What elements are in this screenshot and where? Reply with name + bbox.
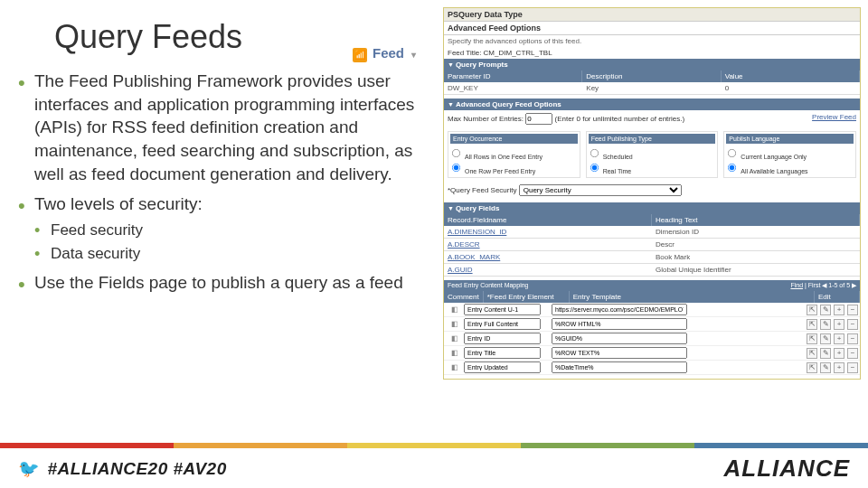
template-input[interactable]	[552, 318, 687, 330]
del-icon[interactable]: −	[847, 333, 858, 344]
max-entries-row: Max Number of Entries: (Enter 0 for unli…	[444, 110, 860, 127]
footer: #ALLIANCE20 #AV20 ALLIANCE	[0, 443, 868, 488]
edit-icon[interactable]: ⇱	[807, 348, 817, 359]
cell: Book Mark	[652, 251, 860, 263]
cell: 0	[722, 82, 860, 94]
map-title: Feed Entry Content Mapping	[448, 282, 529, 289]
add-icon[interactable]: +	[834, 362, 844, 373]
element-input[interactable]	[464, 318, 541, 330]
edit-icon[interactable]: ⇱	[807, 333, 817, 344]
cell: Global Unique Identifier	[652, 264, 860, 276]
del-icon[interactable]: −	[847, 362, 858, 373]
col-fieldname: Record.Fieldname	[444, 214, 652, 226]
lookup-icon[interactable]: ✎	[820, 333, 831, 344]
lookup-icon[interactable]: ✎	[820, 305, 831, 315]
add-icon[interactable]: +	[834, 319, 844, 330]
add-icon[interactable]: +	[834, 305, 844, 315]
col-element: *Feed Entry Element	[484, 291, 570, 303]
edit-icon[interactable]: ⇱	[807, 319, 817, 330]
query-fields-bar[interactable]: Query Fields	[444, 202, 860, 214]
template-input[interactable]	[552, 347, 687, 359]
radio-realtime[interactable]	[590, 164, 599, 172]
radio-onerow[interactable]	[452, 164, 460, 172]
query-prompts-bar[interactable]: Query Prompts	[444, 59, 860, 70]
field-link[interactable]: A.BOOK_MARK	[448, 253, 500, 261]
cell: DW_KEY	[444, 82, 582, 94]
element-input[interactable]	[464, 361, 541, 373]
panel-header: PSQuery Data Type	[444, 8, 860, 22]
field-link[interactable]: A.GUID	[448, 266, 473, 274]
comment-icon[interactable]: ◧	[446, 320, 464, 328]
afo-header: Advanced Feed Options	[444, 22, 860, 35]
bullet-3: Use the Fields page to publish a query a…	[18, 271, 434, 295]
field-link[interactable]: A.DIMENSION_ID	[448, 228, 506, 236]
add-icon[interactable]: +	[834, 333, 844, 344]
element-input[interactable]	[464, 333, 541, 344]
preview-feed-link[interactable]: Preview Feed	[812, 113, 856, 121]
radio-alllang[interactable]	[728, 164, 736, 172]
field-link[interactable]: A.DESCR	[448, 240, 480, 249]
template-input[interactable]	[552, 361, 687, 373]
add-icon[interactable]: +	[834, 348, 844, 359]
element-input[interactable]	[464, 347, 541, 359]
comment-icon[interactable]: ◧	[446, 363, 464, 371]
col-heading: Heading Text	[652, 214, 860, 226]
element-input[interactable]	[464, 304, 541, 315]
cell: Dimension ID	[652, 226, 860, 238]
find-link[interactable]: Find	[790, 282, 803, 288]
comment-icon[interactable]: ◧	[446, 334, 464, 343]
cell: Key	[582, 82, 721, 94]
opt-hdr: Publish Language	[726, 134, 854, 144]
col-desc: Description	[582, 70, 721, 82]
col-param-id: Parameter ID	[444, 70, 582, 82]
opt-hdr: Entry Occurrence	[450, 134, 578, 144]
radio-allrows[interactable]	[452, 149, 460, 157]
opt-hdr: Feed Publishing Type	[589, 134, 716, 144]
aqfo-bar[interactable]: Advanced Query Feed Options	[444, 99, 860, 110]
cell: Descr	[652, 239, 860, 250]
bullet-2: Two levels of security: Feed security Da…	[18, 192, 434, 264]
psquery-panel: PSQuery Data Type Advanced Feed Options …	[443, 7, 861, 380]
feed-title-row: Feed Title: CM_DIM_CTRL_TBL	[444, 47, 860, 59]
bullet-1: The Feed Publishing Framework provides u…	[18, 70, 434, 185]
col-value: Value	[722, 70, 860, 82]
bullet-2a: Feed security	[34, 220, 434, 241]
edit-icon[interactable]: ⇱	[807, 362, 817, 373]
template-input[interactable]	[552, 304, 687, 315]
afo-subtitle: Specify the advanced options of this fee…	[444, 35, 860, 47]
col-comment: Comment	[444, 291, 484, 303]
lookup-icon[interactable]: ✎	[820, 348, 831, 359]
col-template: Entry Template	[570, 291, 815, 303]
del-icon[interactable]: −	[847, 319, 858, 330]
del-icon[interactable]: −	[847, 348, 858, 359]
del-icon[interactable]: −	[847, 305, 858, 315]
lookup-icon[interactable]: ✎	[820, 362, 831, 373]
alliance-logo: ALLIANCE	[724, 455, 850, 483]
comment-icon[interactable]: ◧	[446, 349, 464, 357]
comment-icon[interactable]: ◧	[446, 305, 464, 314]
col-edit: Edit	[815, 291, 860, 303]
lookup-icon[interactable]: ✎	[820, 319, 831, 330]
template-input[interactable]	[552, 333, 687, 344]
max-entries-input[interactable]	[525, 113, 552, 125]
bullet-2b: Data security	[34, 243, 434, 265]
radio-curlang[interactable]	[728, 149, 736, 157]
hashtags: #ALLIANCE20 #AV20	[18, 458, 227, 479]
qfs-select[interactable]: Query Security	[519, 184, 682, 196]
radio-scheduled[interactable]	[590, 149, 599, 157]
qfs-label: *Query Feed Security	[448, 186, 516, 194]
edit-icon[interactable]: ⇱	[807, 305, 817, 315]
feed-dropdown[interactable]: Feed	[353, 45, 416, 62]
